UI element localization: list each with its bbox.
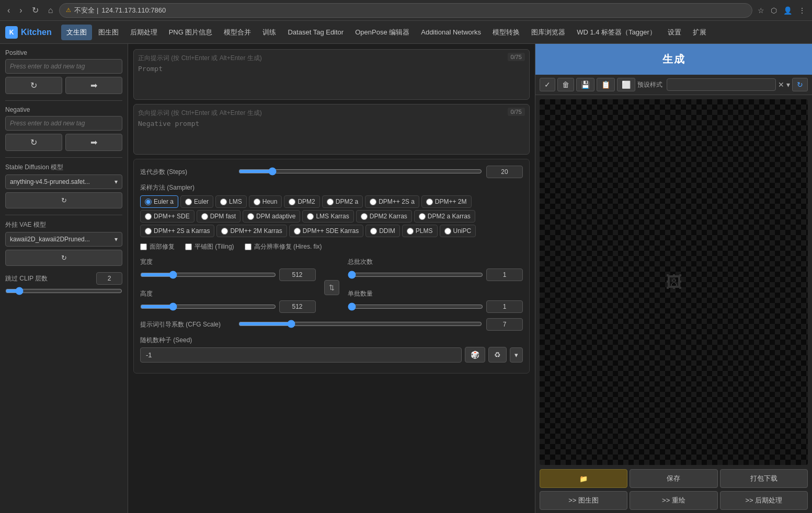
address-bar[interactable]: ⚠ 不安全 | 124.71.173.110:7860 — [59, 3, 752, 18]
sampler-unipc[interactable]: UniPC — [440, 225, 476, 237]
folder-btn[interactable]: 📁 — [540, 469, 627, 488]
profile-button[interactable]: 👤 — [781, 4, 794, 17]
nav-txt2img[interactable]: 文生图 — [61, 25, 92, 40]
nav-png-info[interactable]: PNG 图片信息 — [164, 25, 218, 40]
steps-value[interactable]: 20 — [486, 166, 523, 178]
security-icon: ⚠ — [66, 7, 71, 14]
tiling-checkbox[interactable]: 平铺图 (Tiling) — [185, 242, 234, 251]
sampler-dpm-fast[interactable]: DPM fast — [197, 210, 241, 223]
height-slider[interactable] — [140, 302, 276, 311]
cfg-slider[interactable] — [238, 320, 482, 328]
back-button[interactable]: ‹ — [4, 4, 13, 17]
home-button[interactable]: ⌂ — [45, 4, 56, 17]
nav-model-browser[interactable]: 图库浏览器 — [526, 25, 570, 40]
save-btn[interactable]: 保存 — [630, 469, 717, 488]
sampler-dpm2-karras[interactable]: DPM2 Karras — [356, 210, 412, 223]
negative-prompt-textarea[interactable] — [138, 120, 525, 148]
vae-model-dropdown[interactable]: kawaii2D_kawaii2DPruned... ▾ — [5, 232, 122, 247]
extensions-button[interactable]: ⬡ — [769, 4, 779, 17]
negative-tag-input[interactable] — [5, 116, 122, 131]
sampler-dpm2[interactable]: DPM2 — [284, 195, 319, 208]
sampler-dpm2-a[interactable]: DPM2 a — [322, 195, 363, 208]
width-slider[interactable] — [140, 271, 276, 279]
nav-settings[interactable]: 设置 — [662, 25, 687, 40]
sampler-dpm2a-karras[interactable]: DPM2 a Karras — [414, 210, 475, 223]
app-logo: K Kitchen — [5, 26, 52, 39]
bookmark-button[interactable]: ☆ — [756, 4, 767, 17]
batch-count-label: 总批次数 — [348, 258, 523, 266]
sampler-dpm2s-a[interactable]: DPM++ 2S a — [365, 195, 419, 208]
face-restore-checkbox[interactable]: 面部修复 — [140, 242, 175, 251]
generate-button[interactable]: 生成 — [535, 44, 812, 75]
sd-model-dropdown[interactable]: anything-v4.5-pruned.safet... ▾ — [5, 174, 122, 189]
skip-clip-input[interactable]: 2 — [96, 272, 122, 285]
negative-refresh-btn[interactable]: ↻ — [5, 134, 62, 151]
sampler-heun[interactable]: Heun — [249, 195, 282, 208]
height-value[interactable]: 512 — [279, 300, 316, 313]
batch-size-value[interactable]: 1 — [486, 300, 523, 313]
to-img2img-btn[interactable]: >> 图生图 — [540, 491, 627, 510]
nav-model-convert[interactable]: 模型转换 — [487, 25, 525, 40]
batch-count-value[interactable]: 1 — [486, 269, 523, 281]
batch-size-slider[interactable] — [348, 302, 484, 311]
width-value[interactable]: 512 — [279, 269, 316, 281]
nav-postprocess[interactable]: 后期处理 — [125, 25, 163, 40]
seed-input[interactable]: -1 — [140, 347, 462, 363]
seed-recycle-btn[interactable]: ♻ — [488, 347, 507, 363]
positive-prompt-textarea[interactable] — [138, 65, 525, 94]
nav-openpose[interactable]: OpenPose 编辑器 — [350, 25, 415, 40]
nav-model-merge[interactable]: 模型合并 — [219, 25, 256, 40]
preset-copy-btn[interactable]: ⬜ — [617, 78, 635, 91]
positive-tag-input[interactable] — [5, 59, 122, 74]
preset-trash-btn[interactable]: 🗑 — [557, 78, 574, 91]
sampler-euler-a[interactable]: Euler a — [140, 195, 178, 208]
sampler-plms[interactable]: PLMS — [402, 225, 438, 237]
nav-additional-networks[interactable]: Additional Networks — [416, 25, 486, 39]
sampler-euler[interactable]: Euler — [180, 195, 213, 208]
sampler-lms[interactable]: LMS — [215, 195, 247, 208]
preset-clear-btn[interactable]: ✕ — [778, 80, 784, 89]
batch-count-slider[interactable] — [348, 271, 484, 279]
zip-btn[interactable]: 打包下载 — [720, 469, 808, 488]
to-inpaint-btn[interactable]: >> 重绘 — [630, 491, 717, 510]
preset-refresh-btn[interactable]: ↻ — [792, 78, 808, 91]
swap-dimensions-btn[interactable]: ⇅ — [324, 280, 339, 295]
browser-chrome: ‹ › ↻ ⌂ ⚠ 不安全 | 124.71.173.110:7860 ☆ ⬡ … — [0, 0, 812, 21]
preset-check-btn[interactable]: ✓ — [540, 78, 555, 91]
nav-wd-tagger[interactable]: WD 1.4 标签器（Tagger） — [571, 25, 661, 40]
sd-model-refresh-btn[interactable]: ↻ — [5, 192, 122, 208]
cfg-value[interactable]: 7 — [486, 318, 523, 331]
sampler-dpmsde[interactable]: DPM++ SDE — [140, 210, 195, 223]
nav-train[interactable]: 训练 — [257, 25, 281, 40]
hires-fix-checkbox[interactable]: 高分辨率修复 (Hires. fix) — [245, 242, 322, 251]
seed-dice-btn[interactable]: 🎲 — [465, 347, 485, 363]
preset-save1-btn[interactable]: 💾 — [576, 78, 594, 91]
negative-send-btn[interactable]: ➡ — [65, 134, 122, 151]
nav-extensions[interactable]: 扩展 — [688, 25, 712, 40]
negative-label: Negative — [5, 106, 122, 113]
sampler-dpm2s-karras[interactable]: DPM++ 2S a Karras — [140, 225, 214, 237]
preset-arrow-btn[interactable]: ▾ — [786, 80, 790, 89]
positive-send-btn[interactable]: ➡ — [65, 77, 122, 94]
seed-dropdown-btn[interactable]: ▾ — [510, 347, 523, 363]
sampler-dpmsde-karras[interactable]: DPM++ SDE Karras — [289, 225, 363, 237]
forward-button[interactable]: › — [16, 4, 25, 17]
reload-button[interactable]: ↻ — [29, 3, 42, 17]
steps-slider[interactable] — [238, 167, 482, 176]
nav-img2img[interactable]: 图生图 — [93, 25, 124, 40]
menu-button[interactable]: ⋮ — [796, 4, 808, 17]
nav-dataset-tag[interactable]: Dataset Tag Editor — [282, 25, 349, 39]
preset-dropdown[interactable] — [667, 78, 776, 91]
dropdown-arrow-icon: ▾ — [115, 178, 118, 185]
positive-refresh-btn[interactable]: ↻ — [5, 77, 62, 94]
sampler-dpm2m[interactable]: DPM++ 2M — [421, 195, 472, 208]
sampler-dpm-adaptive[interactable]: DPM adaptive — [243, 210, 300, 223]
divider-3 — [5, 215, 122, 215]
skip-clip-slider[interactable] — [5, 287, 122, 295]
sampler-lms-karras[interactable]: LMS Karras — [302, 210, 353, 223]
sampler-dpm2m-karras[interactable]: DPM++ 2M Karras — [216, 225, 287, 237]
to-postprocess-btn[interactable]: >> 后期处理 — [720, 491, 808, 510]
vae-model-refresh-btn[interactable]: ↻ — [5, 250, 122, 266]
sampler-ddim[interactable]: DDIM — [365, 225, 400, 237]
preset-save2-btn[interactable]: 📋 — [597, 78, 615, 91]
